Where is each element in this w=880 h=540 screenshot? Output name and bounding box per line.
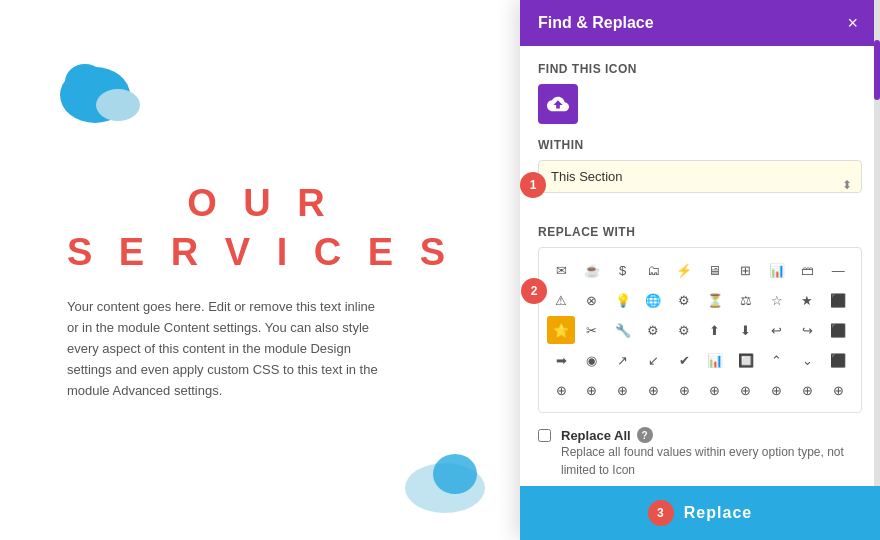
cloud-upload-icon [547, 93, 569, 115]
icon-cell[interactable]: ⬛ [824, 286, 852, 314]
find-icon-box[interactable] [538, 84, 578, 124]
icon-cell[interactable]: ⌄ [793, 346, 821, 374]
icon-cell[interactable]: ◉ [578, 346, 606, 374]
icon-cell[interactable]: 🗃 [793, 256, 821, 284]
icon-cell[interactable]: ⬛ [824, 316, 852, 344]
within-select[interactable]: This Section Entire Page All Pages [538, 160, 862, 193]
dialog-header: Find & Replace × [520, 0, 880, 46]
icon-cell[interactable]: 🔧 [609, 316, 637, 344]
icon-cell[interactable]: ⊕ [547, 376, 575, 404]
icon-cell[interactable]: 💡 [609, 286, 637, 314]
icon-cell[interactable]: ⊕ [793, 376, 821, 404]
icon-cell[interactable]: ⊞ [732, 256, 760, 284]
icon-cell[interactable]: ⚙ [670, 316, 698, 344]
icon-cell[interactable]: ⊕ [578, 376, 606, 404]
icon-cell[interactable]: ⚙ [670, 286, 698, 314]
icon-cell[interactable]: 📊 [701, 346, 729, 374]
hero-content: O U R S E R V I C E S Your content goes … [67, 179, 453, 402]
within-label: Within [538, 138, 862, 152]
icon-cell[interactable]: ⬆ [701, 316, 729, 344]
hero-title: O U R S E R V I C E S [67, 179, 453, 278]
icon-cell[interactable]: ⚖ [732, 286, 760, 314]
icon-grid: ✉ ☕ $ 🗂 ⚡ 🖥 ⊞ 📊 🗃 — ⚠ ⊗ 💡 🌐 ⚙ ⏳ [547, 256, 853, 404]
icon-cell[interactable]: ⚠ [547, 286, 575, 314]
icon-cell[interactable]: ⊕ [763, 376, 791, 404]
hero-body: Your content goes here. Edit or remove t… [67, 297, 387, 401]
dialog-body: Find This Icon Within 1 This Section Ent… [520, 46, 880, 486]
scrollbar-thumb [874, 40, 880, 100]
help-icon[interactable]: ? [637, 427, 653, 443]
checkbox-wrapper [538, 427, 551, 442]
icon-cell[interactable]: ⊕ [609, 376, 637, 404]
icon-cell[interactable]: $ [609, 256, 637, 284]
icon-cell[interactable]: ✂ [578, 316, 606, 344]
find-replace-dialog: Find & Replace × Find This Icon Within 1… [520, 0, 880, 540]
icon-cell[interactable]: 🔲 [732, 346, 760, 374]
icon-cell[interactable]: ☕ [578, 256, 606, 284]
icon-cell[interactable]: ↙ [639, 346, 667, 374]
within-section: Within 1 This Section Entire Page All Pa… [538, 138, 862, 209]
icon-cell[interactable]: ⊕ [639, 376, 667, 404]
icon-cell[interactable]: ⚡ [670, 256, 698, 284]
replace-all-label: Replace All ? [561, 427, 862, 443]
badge-3: 3 [648, 500, 674, 526]
icon-cell[interactable]: ➡ [547, 346, 575, 374]
icon-cell[interactable]: ⊕ [701, 376, 729, 404]
icon-cell[interactable]: 📊 [763, 256, 791, 284]
left-panel: O U R S E R V I C E S Your content goes … [0, 0, 520, 540]
icon-cell-selected[interactable]: ⭐ [547, 316, 575, 344]
replace-with-label: Replace With [538, 225, 862, 239]
icon-cell[interactable]: ☆ [763, 286, 791, 314]
replace-all-desc: Replace all found values within every op… [561, 443, 862, 479]
icon-cell[interactable]: ✔ [670, 346, 698, 374]
replace-all-checkbox[interactable] [538, 429, 551, 442]
icon-cell[interactable]: ⬛ [824, 346, 852, 374]
cloud-icon-bottom [390, 446, 490, 520]
replace-button-label: Replace [684, 504, 752, 522]
scrollbar[interactable] [874, 0, 880, 540]
icon-cell[interactable]: ⬇ [732, 316, 760, 344]
icon-cell[interactable]: ⊕ [824, 376, 852, 404]
replace-all-section: Replace All ? Replace all found values w… [538, 427, 862, 479]
dialog-footer: 3 Replace [520, 486, 880, 540]
find-label: Find This Icon [538, 62, 862, 76]
replace-button[interactable]: 3 Replace [520, 486, 880, 540]
replace-with-section: Replace With 2 ✉ ☕ $ 🗂 ⚡ 🖥 ⊞ 📊 🗃 — [538, 225, 862, 413]
icon-cell[interactable]: ★ [793, 286, 821, 314]
icon-cell[interactable]: ⌃ [763, 346, 791, 374]
close-button[interactable]: × [843, 14, 862, 32]
icon-cell[interactable]: ⊗ [578, 286, 606, 314]
icon-cell[interactable]: 🗂 [639, 256, 667, 284]
icon-cell[interactable]: ↗ [609, 346, 637, 374]
find-section: Find This Icon [538, 62, 862, 124]
icon-cell[interactable]: ⏳ [701, 286, 729, 314]
svg-point-1 [65, 64, 105, 100]
badge-2: 2 [521, 278, 547, 304]
cloud-bottom-svg [390, 446, 490, 516]
icon-cell[interactable]: ⚙ [639, 316, 667, 344]
replace-grid: 2 ✉ ☕ $ 🗂 ⚡ 🖥 ⊞ 📊 🗃 — ⚠ ⊗ 💡 [538, 247, 862, 413]
icon-cell[interactable]: 🌐 [639, 286, 667, 314]
badge-1: 1 [520, 172, 546, 198]
icon-cell[interactable]: ↪ [793, 316, 821, 344]
icon-cell[interactable]: ⊕ [732, 376, 760, 404]
icon-cell[interactable]: ⊕ [670, 376, 698, 404]
icon-cell[interactable]: ↩ [763, 316, 791, 344]
icon-cell[interactable]: — [824, 256, 852, 284]
dialog-title: Find & Replace [538, 14, 654, 32]
within-wrapper: 1 This Section Entire Page All Pages [538, 160, 862, 209]
cloud-icon-main [60, 60, 150, 130]
hero-line1: O U R [67, 179, 453, 228]
icon-cell[interactable]: ✉ [547, 256, 575, 284]
svg-point-2 [96, 89, 140, 121]
icon-cell[interactable]: 🖥 [701, 256, 729, 284]
replace-all-text: Replace All ? Replace all found values w… [561, 427, 862, 479]
hero-line2: S E R V I C E S [67, 228, 453, 277]
svg-point-4 [433, 454, 477, 494]
cloud-logo [60, 60, 150, 130]
